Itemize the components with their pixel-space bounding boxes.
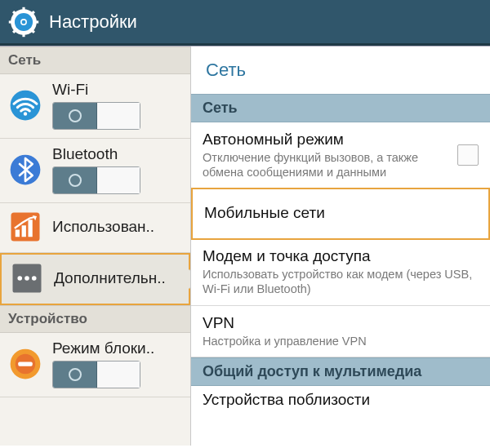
row-title: Устройства поблизости	[203, 391, 370, 408]
sidebar-item-bluetooth[interactable]: Bluetooth	[0, 139, 190, 203]
sidebar: Сеть Wi-Fi	[0, 47, 191, 446]
wifi-toggle[interactable]	[52, 102, 140, 130]
settings-gear-icon	[8, 7, 39, 38]
row-nearby-devices[interactable]: Устройства поблизости	[191, 386, 490, 409]
svg-point-13	[11, 91, 41, 121]
svg-rect-26	[18, 362, 33, 366]
bluetooth-toggle[interactable]	[52, 166, 140, 194]
row-vpn[interactable]: VPN Настройка и управление VPN	[191, 306, 490, 357]
svg-point-12	[22, 20, 26, 24]
blocking-toggle[interactable]	[52, 361, 140, 388]
data-usage-icon	[8, 210, 42, 244]
sidebar-item-data-usage[interactable]: Использован..	[0, 203, 190, 253]
content-section-sharing: Общий доступ к мультимедиа	[191, 357, 490, 386]
svg-rect-3	[22, 31, 24, 36]
row-subtitle: Настройка и управление VPN	[203, 334, 479, 348]
sidebar-item-label: Режим блоки..	[52, 339, 154, 357]
row-title: VPN	[203, 314, 479, 332]
sidebar-item-more[interactable]: Дополнительн..	[0, 253, 190, 305]
svg-point-14	[24, 112, 27, 115]
sidebar-item-label: Использован..	[52, 218, 154, 236]
svg-point-22	[24, 276, 29, 281]
wifi-icon	[8, 88, 42, 122]
page-title: Настройки	[49, 11, 137, 33]
sidebar-item-label: Wi-Fi	[52, 81, 140, 99]
bluetooth-icon	[8, 153, 42, 187]
content-section-network: Сеть	[191, 94, 490, 122]
svg-rect-19	[29, 220, 33, 237]
svg-rect-18	[22, 225, 26, 237]
sidebar-section-device: Устройство	[0, 305, 190, 333]
airplane-checkbox[interactable]	[457, 144, 479, 166]
row-mobile-networks[interactable]: Мобильные сети	[191, 188, 490, 240]
sidebar-section-network: Сеть	[0, 47, 190, 74]
content-title: Сеть	[191, 47, 490, 94]
svg-rect-5	[33, 20, 38, 23]
main-layout: Сеть Wi-Fi	[0, 46, 490, 446]
sidebar-item-label: Bluetooth	[52, 145, 140, 163]
svg-point-21	[17, 276, 22, 281]
svg-rect-17	[16, 230, 20, 237]
svg-rect-4	[9, 20, 14, 23]
row-title: Модем и точка доступа	[203, 247, 479, 265]
row-subtitle: Отключение функций вызовов, а также обме…	[203, 150, 449, 180]
content-pane: Сеть Сеть Автономный режим Отключение фу…	[191, 47, 490, 446]
more-icon	[10, 261, 44, 295]
titlebar: Настройки	[0, 0, 490, 46]
svg-point-23	[32, 276, 37, 281]
row-title: Мобильные сети	[204, 204, 477, 222]
svg-rect-2	[22, 7, 24, 11]
row-title: Автономный режим	[203, 131, 449, 149]
sidebar-item-label: Дополнительн..	[54, 269, 166, 287]
row-subtitle: Использовать устройство как модем (через…	[203, 267, 479, 296]
row-tethering[interactable]: Модем и точка доступа Использовать устро…	[191, 239, 490, 305]
sidebar-item-blocking-mode[interactable]: Режим блоки..	[0, 333, 190, 397]
blocking-mode-icon	[8, 347, 42, 381]
row-airplane-mode[interactable]: Автономный режим Отключение функций вызо…	[191, 122, 490, 189]
sidebar-item-wifi[interactable]: Wi-Fi	[0, 74, 190, 139]
